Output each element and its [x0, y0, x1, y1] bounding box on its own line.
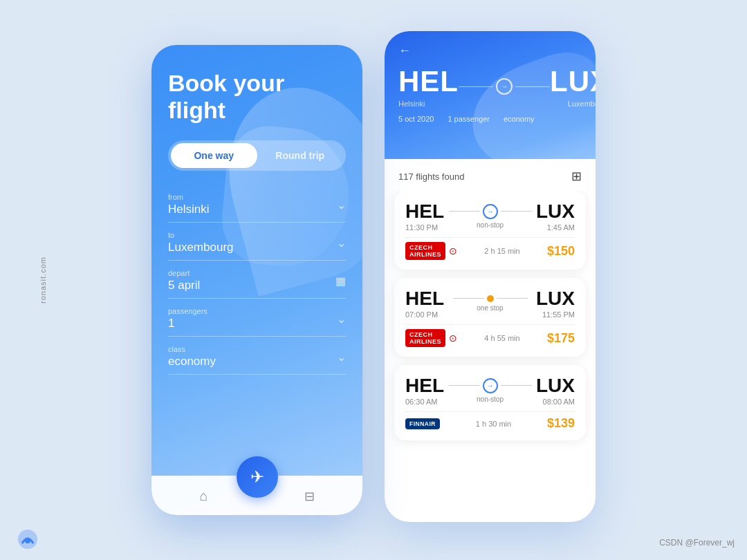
- airline-logo: CZECHAIRLINES ⊙: [405, 242, 457, 260]
- depart-label: depart: [168, 269, 200, 277]
- class-field[interactable]: class economy ⌄: [168, 338, 346, 375]
- flight-route: HEL 07:00 PM one stop LUX 11:55 PM: [405, 288, 575, 319]
- flight-date: 5 oct 2020: [398, 115, 434, 123]
- from-value: Helsinki: [168, 203, 210, 216]
- book-title: Book yourflight: [168, 70, 346, 124]
- flight-card[interactable]: HEL 07:00 PM one stop LUX 11:55 PM: [394, 278, 586, 357]
- flights-scroll[interactable]: HEL 11:30 PM → non-stop LUX 1:45 AM: [385, 191, 596, 522]
- flight-footer: CZECHAIRLINES ⊙ 2 h 15 min $150: [405, 237, 575, 260]
- passengers-label: passengers: [168, 307, 208, 315]
- czech-airlines-badge: CZECHAIRLINES: [405, 329, 445, 347]
- depart-field[interactable]: depart 5 april ▦: [168, 262, 346, 299]
- airline-logo: FINNAIR: [405, 418, 440, 429]
- from-label: from: [168, 193, 210, 201]
- svg-point-1: [25, 538, 30, 543]
- flight-from-code: HEL: [405, 200, 444, 223]
- flight-to-code: LUX: [536, 375, 575, 397]
- home-icon: ⌂: [199, 488, 208, 504]
- one-stop-icon: [487, 295, 494, 302]
- duration: 4 h 55 min: [484, 334, 519, 342]
- stop-label: non-stop: [477, 221, 504, 229]
- flight-from-time: 07:00 PM: [405, 310, 444, 319]
- class-label: class: [168, 345, 216, 353]
- flights-found: 117 flights found: [398, 171, 464, 182]
- from-chevron-icon: ⌄: [337, 198, 346, 212]
- to-chevron-icon: ⌄: [337, 236, 346, 250]
- flight-card[interactable]: HEL 11:30 PM → non-stop LUX 1:45 AM: [394, 191, 586, 270]
- route-row: HEL Helsinki → LUX Luxembourg: [398, 65, 582, 108]
- trip-toggle: One way Round trip: [168, 140, 346, 171]
- watermark-logo: [17, 528, 39, 550]
- flight-from-time: 11:30 PM: [405, 223, 444, 232]
- flight-to-time: 11:55 PM: [536, 310, 575, 319]
- round-trip-button[interactable]: Round trip: [257, 143, 344, 168]
- bookmark-nav-button[interactable]: ⊟: [290, 486, 329, 507]
- czech-airlines-badge: CZECHAIRLINES: [405, 242, 445, 260]
- airline-logo: CZECHAIRLINES ⊙: [405, 329, 457, 347]
- flight-route: HEL 06:30 AM → non-stop LUX 08:00 AM: [405, 375, 575, 406]
- watermark-bottom-right: CSDN @Forever_wj: [659, 538, 735, 548]
- flight-to-time: 1:45 AM: [536, 223, 575, 232]
- bookmark-icon: ⊟: [304, 489, 315, 504]
- flight-passengers: 1 passenger: [448, 115, 490, 123]
- flight-list-header: 117 flights found ⊞: [385, 159, 596, 191]
- phone-left: Book yourflight One way Round trip from …: [151, 45, 362, 515]
- nonstop-icon: →: [483, 204, 498, 219]
- route-details: 5 oct 2020 1 passenger economy: [398, 115, 582, 123]
- to-city: Luxembourg: [550, 100, 596, 108]
- flight-footer: CZECHAIRLINES ⊙ 4 h 55 min $175: [405, 324, 575, 347]
- flight-header: ← HEL Helsinki → LUX Luxembourg 5 oct 20…: [385, 31, 596, 159]
- flight-from-code: HEL: [405, 288, 444, 310]
- flight-route: HEL 11:30 PM → non-stop LUX 1:45 AM: [405, 200, 575, 232]
- to-code: LUX: [550, 65, 596, 98]
- flight-from-time: 06:30 AM: [405, 398, 444, 406]
- flight-footer: FINNAIR 1 h 30 min $139: [405, 411, 575, 431]
- back-button[interactable]: ←: [398, 44, 582, 58]
- depart-value: 5 april: [168, 279, 200, 292]
- passengers-chevron-icon: ⌄: [337, 312, 346, 326]
- flight-from-code: HEL: [405, 375, 444, 397]
- watermark-left: ronasit.com: [39, 256, 47, 304]
- flight-card[interactable]: HEL 06:30 AM → non-stop LUX 08:00 AM: [394, 365, 586, 440]
- flight-class: economy: [504, 115, 535, 123]
- passengers-value: 1: [168, 317, 208, 330]
- home-nav-button[interactable]: ⌂: [185, 485, 221, 507]
- duration: 2 h 15 min: [484, 247, 519, 255]
- flight-to-code: LUX: [536, 200, 575, 223]
- duration: 1 h 30 min: [476, 420, 511, 428]
- to-field[interactable]: to Luxembourg ⌄: [168, 224, 346, 261]
- to-value: Luxembourg: [168, 241, 234, 254]
- stop-label: one stop: [477, 304, 503, 312]
- search-flights-button[interactable]: ✈: [237, 456, 278, 498]
- nonstop-icon: →: [483, 378, 498, 393]
- class-chevron-icon: ⌄: [337, 351, 346, 364]
- from-field[interactable]: from Helsinki ⌄: [168, 186, 346, 223]
- filter-icon[interactable]: ⊞: [571, 169, 582, 184]
- to-label: to: [168, 231, 234, 239]
- phone-right: ← HEL Helsinki → LUX Luxembourg 5 oct 20…: [385, 31, 596, 522]
- passengers-field[interactable]: passengers 1 ⌄: [168, 300, 346, 337]
- flight-to-time: 08:00 AM: [536, 398, 575, 406]
- stop-label: non-stop: [477, 395, 504, 403]
- class-value: economy: [168, 355, 216, 368]
- finnair-badge: FINNAIR: [405, 418, 440, 429]
- phones-container: Book yourflight One way Round trip from …: [151, 45, 596, 522]
- bottom-nav: ⌂ ✈ ⊟: [151, 476, 362, 515]
- plane-icon: ✈: [250, 467, 264, 487]
- from-city: Helsinki: [398, 100, 459, 108]
- price: $139: [547, 416, 575, 431]
- from-code: HEL: [398, 65, 459, 98]
- flight-to-code: LUX: [536, 288, 575, 310]
- route-arrow: →: [459, 78, 550, 95]
- price: $150: [547, 244, 575, 259]
- price: $175: [547, 331, 575, 346]
- calendar-icon: ▦: [335, 274, 346, 288]
- route-arrow-circle: →: [496, 78, 513, 95]
- one-way-button[interactable]: One way: [171, 143, 257, 168]
